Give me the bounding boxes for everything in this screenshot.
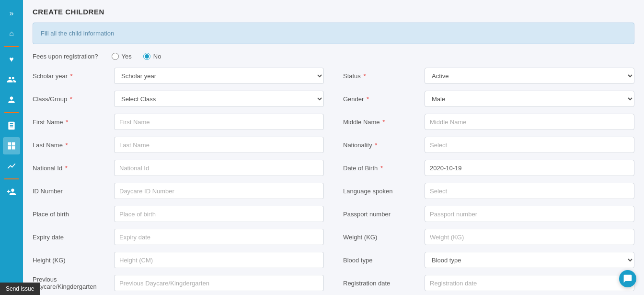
fees-no-option[interactable]: No — [143, 53, 161, 60]
sidebar-icon-book[interactable] — [3, 117, 20, 134]
field-row-blood-type: Blood typeBlood typeA+A-B+B-O+O-AB+AB- — [343, 252, 634, 268]
input-language-spoken[interactable] — [425, 183, 634, 199]
chat-bubble-button[interactable] — [619, 270, 636, 287]
label-language-spoken: Language spoken — [343, 188, 420, 195]
fees-label: Fees upon registration? — [33, 53, 98, 60]
field-row-first-name: First Name * — [33, 114, 324, 130]
fees-yes-option[interactable]: Yes — [112, 53, 132, 60]
label-previous-daycare: Previous Daycare/Kingdergarten — [33, 276, 109, 290]
field-row-scholar-year: Scholar year *Scholar year — [33, 68, 324, 84]
input-nationality[interactable] — [425, 137, 634, 153]
info-banner: Fill all the child information — [33, 23, 634, 44]
label-status: Status * — [343, 72, 420, 80]
sidebar-icon-group2[interactable] — [3, 91, 20, 108]
label-blood-type: Blood type — [343, 257, 420, 264]
field-row-gender: Gender *MaleFemale — [343, 91, 634, 107]
input-class-group[interactable]: Select Class — [114, 91, 324, 107]
sidebar-divider-3 — [4, 178, 19, 179]
input-passport-number[interactable] — [425, 206, 634, 222]
label-weight: Weight (KG) — [343, 234, 420, 241]
label-national-id: National Id * — [33, 165, 109, 172]
fees-yes-radio[interactable] — [112, 53, 119, 60]
main-content: CREATE CHILDREN Fill all the child infor… — [23, 0, 644, 295]
input-first-name[interactable] — [114, 114, 324, 130]
label-middle-name: Middle Name * — [343, 118, 420, 126]
input-place-of-birth[interactable] — [114, 206, 324, 222]
input-scholar-year[interactable]: Scholar year — [114, 68, 324, 84]
input-gender[interactable]: MaleFemale — [425, 91, 634, 107]
input-height[interactable] — [114, 252, 324, 268]
field-row-last-name: Last Name * — [33, 137, 324, 153]
input-blood-type[interactable]: Blood typeA+A-B+B-O+O-AB+AB- — [425, 252, 634, 268]
input-status[interactable]: ActiveInactive — [425, 68, 634, 84]
input-weight[interactable] — [425, 229, 634, 245]
sidebar-icon-chart[interactable] — [3, 157, 20, 175]
fees-radio-group: Yes No — [112, 53, 161, 60]
field-row-previous-daycare: Previous Daycare/Kingdergarten — [33, 275, 324, 291]
fees-yes-label: Yes — [122, 53, 132, 60]
sidebar-icon-person-plus[interactable] — [3, 183, 20, 201]
form-grid: Scholar year *Scholar yearStatus *Active… — [33, 68, 634, 291]
field-row-class-group: Class/Group *Select Class — [33, 91, 324, 107]
input-date-of-birth[interactable] — [425, 160, 634, 176]
page-title: CREATE CHILDREN — [33, 8, 634, 16]
input-last-name[interactable] — [114, 137, 324, 153]
sidebar-icon-grid[interactable] — [3, 137, 20, 154]
sidebar-icon-people[interactable] — [3, 71, 20, 88]
send-issue-button[interactable]: Send issue — [0, 283, 40, 295]
sidebar-icon-chevron[interactable]: » — [3, 5, 20, 22]
fees-no-radio[interactable] — [143, 53, 150, 60]
sidebar-icon-heart[interactable]: ♥ — [3, 51, 20, 68]
input-registration-date[interactable] — [425, 275, 634, 291]
field-row-expiry-date: Expiry date — [33, 229, 324, 245]
label-first-name: First Name * — [33, 118, 109, 126]
sidebar-icon-home[interactable]: ⌂ — [3, 25, 20, 42]
label-gender: Gender * — [343, 95, 420, 103]
sidebar: » ⌂ ♥ — [0, 0, 23, 295]
fees-no-label: No — [153, 53, 161, 60]
label-expiry-date: Expiry date — [33, 234, 109, 241]
fees-row: Fees upon registration? Yes No — [33, 53, 634, 60]
field-row-date-of-birth: Date of Birth * — [343, 160, 634, 176]
field-row-passport-number: Passport number — [343, 206, 634, 222]
field-row-id-number: ID Number — [33, 183, 324, 199]
sidebar-divider-1 — [4, 46, 19, 47]
field-row-place-of-birth: Place of birth — [33, 206, 324, 222]
field-row-weight: Weight (KG) — [343, 229, 634, 245]
input-expiry-date[interactable] — [114, 229, 324, 245]
field-row-registration-date: Registration date — [343, 275, 634, 291]
label-nationality: Nationality * — [343, 142, 420, 149]
field-row-nationality: Nationality * — [343, 137, 634, 153]
sidebar-divider-2 — [4, 112, 19, 113]
field-row-height: Height (KG) — [33, 252, 324, 268]
label-passport-number: Passport number — [343, 211, 420, 218]
label-last-name: Last Name * — [33, 142, 109, 149]
input-id-number[interactable] — [114, 183, 324, 199]
input-national-id[interactable] — [114, 160, 324, 176]
input-previous-daycare[interactable] — [114, 275, 324, 291]
label-id-number: ID Number — [33, 188, 109, 195]
field-row-middle-name: Middle Name * — [343, 114, 634, 130]
field-row-national-id: National Id * — [33, 160, 324, 176]
input-middle-name[interactable] — [425, 114, 634, 130]
label-registration-date: Registration date — [343, 280, 420, 287]
label-height: Height (KG) — [33, 257, 109, 264]
label-place-of-birth: Place of birth — [33, 211, 109, 218]
field-row-status: Status *ActiveInactive — [343, 68, 634, 84]
label-scholar-year: Scholar year * — [33, 72, 109, 80]
field-row-language-spoken: Language spoken — [343, 183, 634, 199]
label-class-group: Class/Group * — [33, 95, 109, 103]
label-date-of-birth: Date of Birth * — [343, 165, 420, 172]
